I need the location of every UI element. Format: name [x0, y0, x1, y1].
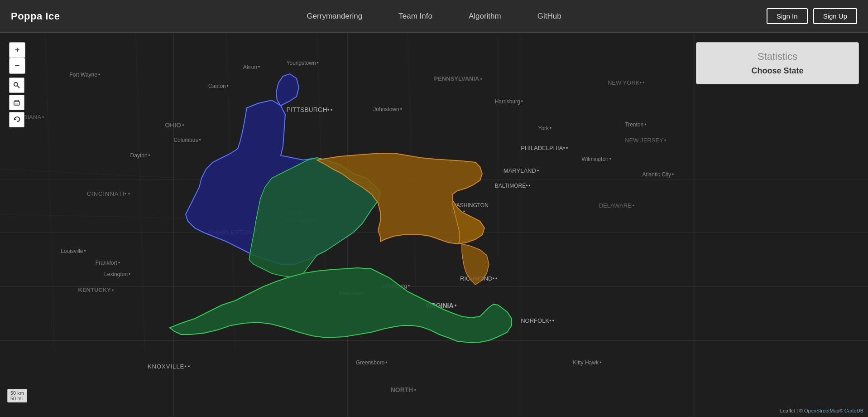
- nav-actions: Sign In Sign Up: [767, 8, 857, 24]
- sign-up-button[interactable]: Sign Up: [813, 8, 857, 24]
- navbar: Poppa Ice Gerrymandering Team Info Algor…: [0, 0, 868, 33]
- svg-line-0: [0, 169, 181, 178]
- brand-logo: Poppa Ice: [11, 10, 60, 22]
- attribution: Leaflet | © OpenStreetMap© CartoDB: [780, 408, 863, 413]
- nav-links: Gerrymandering Team Info Algorithm GitHu…: [307, 12, 561, 21]
- cartodb-link[interactable]: CartoDB: [844, 408, 863, 413]
- svg-point-8: [14, 82, 18, 86]
- svg-line-3: [136, 33, 145, 350]
- nav-link-github[interactable]: GitHub: [537, 12, 561, 21]
- scale-mi: 50 mi: [10, 396, 24, 401]
- svg-line-2: [45, 33, 54, 350]
- map-svg[interactable]: [0, 33, 868, 417]
- search-button[interactable]: [9, 78, 24, 93]
- zoom-control-group: + −: [9, 42, 25, 74]
- undo-button[interactable]: [9, 112, 24, 127]
- svg-rect-11: [15, 103, 19, 105]
- map-controls: + −: [9, 42, 25, 127]
- stats-panel: Statistics Choose State: [696, 42, 859, 84]
- map-container[interactable]: Fort Wayne Akron Youngstown Canton OHIO …: [0, 33, 868, 417]
- nav-link-algorithm[interactable]: Algorithm: [469, 12, 501, 21]
- nav-link-team-info[interactable]: Team Info: [398, 12, 432, 21]
- zoom-out-button[interactable]: −: [10, 58, 25, 73]
- svg-rect-12: [15, 100, 19, 100]
- stats-subtitle: Choose State: [707, 66, 848, 76]
- scale-bar: 50 km 50 mi: [7, 389, 27, 402]
- scale-km: 50 km: [10, 390, 24, 396]
- sign-in-button[interactable]: Sign In: [767, 8, 808, 24]
- zoom-in-button[interactable]: +: [10, 43, 25, 58]
- stats-title: Statistics: [707, 51, 848, 63]
- openstreetmap-link[interactable]: OpenStreetMap: [804, 408, 839, 413]
- nav-link-gerrymandering[interactable]: Gerrymandering: [307, 12, 362, 21]
- print-button[interactable]: [9, 95, 24, 110]
- svg-line-9: [18, 86, 20, 88]
